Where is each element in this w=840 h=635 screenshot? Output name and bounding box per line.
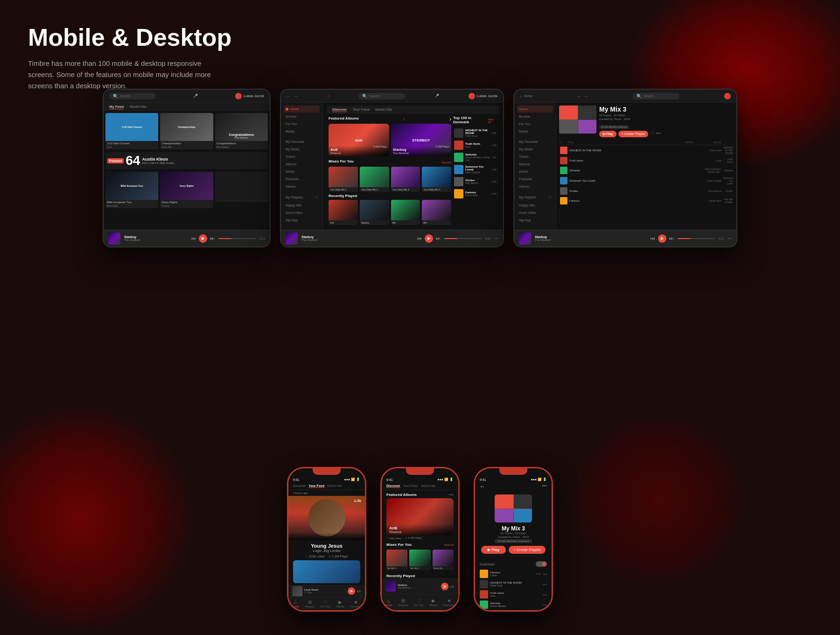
tab-worldhits-center[interactable]: World Hits: [375, 107, 392, 112]
phone-left-skip[interactable]: ⏭: [357, 589, 361, 593]
top100-item-4[interactable]: Someone You Loved Lewis Capaldi 3.3k: [453, 164, 497, 175]
featured-anti[interactable]: Anti Anti Rihanna 4.0M Plays: [329, 124, 389, 156]
play-btn-right[interactable]: ▶ Play: [599, 131, 616, 137]
mix-card-1[interactable]: Your Daily Mix 1: [329, 167, 358, 192]
search-bar-center[interactable]: 🔍 Search: [358, 93, 405, 99]
play-btn-center[interactable]: ▶: [425, 234, 433, 243]
sidebar-media[interactable]: Media: [284, 128, 320, 135]
play-btn-right-player[interactable]: ▶: [658, 234, 666, 243]
phone-right-create-btn[interactable]: + Create Playlist: [509, 546, 545, 554]
phone-right-nav-foryou[interactable]: ♡ For You: [507, 610, 517, 612]
phone-rtrack-more-4[interactable]: •••: [543, 603, 547, 607]
track-item-5[interactable]: Circles Post Malone Circles: [559, 186, 734, 196]
phone-left-nav-browse[interactable]: ⊞ Browse: [305, 600, 315, 608]
rsidebar-favourite[interactable]: My Favourite: [517, 138, 553, 145]
sidebar-foryou[interactable]: For You: [284, 120, 320, 127]
progress-bar-center[interactable]: [444, 238, 482, 239]
phone-left-nav-foryou[interactable]: ♡ For You: [321, 600, 330, 608]
tab-myfeed[interactable]: My Feed: [109, 105, 124, 109]
mix-card-4[interactable]: Your Daily Mix 4: [422, 167, 451, 192]
dots-btn-center[interactable]: •••: [495, 236, 498, 240]
search-bar-right[interactable]: 🔍 Search: [633, 93, 679, 99]
rp-card-2[interactable]: Starboy: [360, 200, 389, 225]
sidebar-favourite[interactable]: My Favourite: [284, 138, 320, 145]
rsidebar-videos[interactable]: Videos: [517, 183, 553, 190]
rsidebar-hiphop[interactable]: Hip-Hop: [517, 217, 553, 224]
phone-right-nav-browse[interactable]: ⊞ Browse: [492, 610, 501, 612]
next-featured-arrow[interactable]: ›: [449, 116, 451, 122]
mix-card-3[interactable]: Your Daily Mix 3: [391, 167, 420, 192]
rsidebar-playlists[interactable]: My Playlists +: [517, 193, 553, 201]
phone-center-play-btn[interactable]: ▶: [441, 583, 448, 590]
player-controls-right[interactable]: ⏮ ▶ ⏭: [651, 234, 674, 243]
radd-playlist-icon[interactable]: +: [549, 195, 551, 199]
tab-worldhits[interactable]: World Hits: [129, 105, 147, 109]
back-icon-right[interactable]: ←: [577, 94, 581, 99]
heart-icon-right[interactable]: ♡: [650, 131, 654, 137]
next-btn-right-player[interactable]: ⏭: [669, 236, 674, 241]
sidebar-videos[interactable]: Videos: [284, 183, 320, 190]
rsidebar-albums[interactable]: Albums: [517, 161, 553, 168]
track-item-6[interactable]: Famous Kanye West The Life of Pablo: [559, 196, 734, 205]
sidebar-tracks[interactable]: Tracks: [284, 153, 320, 160]
back-icon-center[interactable]: ←: [287, 94, 291, 99]
next-btn-left[interactable]: ⏭: [210, 236, 215, 241]
phone-left-play-btn[interactable]: ▶: [348, 587, 355, 595]
rp-card-3[interactable]: Mix: [391, 200, 420, 225]
sidebar-browse[interactable]: Browse: [284, 113, 320, 120]
phone-right-track-1[interactable]: Famous 3 plays 2:52 •••: [480, 569, 547, 579]
phone-center-nav-fav[interactable]: ★ Favourite: [443, 598, 455, 607]
rsidebar-artists[interactable]: Artists: [517, 168, 553, 175]
prev-btn-right-player[interactable]: ⏮: [651, 236, 655, 241]
rsidebar-goodvibes[interactable]: Good Vibes: [517, 209, 553, 216]
phone-center-tab-worldhits[interactable]: World Hits: [421, 484, 436, 488]
sidebar-artists[interactable]: Artists: [284, 168, 320, 175]
phone-center-skip[interactable]: ⏭: [450, 584, 455, 589]
mixes-viewall[interactable]: View All: [441, 161, 451, 164]
rsidebar-media[interactable]: Media: [517, 128, 553, 135]
top100-viewall[interactable]: View All: [488, 118, 497, 124]
tab-discover[interactable]: Discover: [332, 107, 347, 112]
track-item-2[interactable]: Truth Hurts Lizzo Truth Hurts: [559, 156, 734, 165]
album-card-extra[interactable]: [215, 172, 268, 208]
rsidebar-mymixes[interactable]: My Mixes: [517, 146, 553, 153]
phone-center-tab-discover[interactable]: Discover: [386, 484, 400, 488]
play-btn-left[interactable]: ▶: [199, 234, 207, 243]
phone-right-nav-fav[interactable]: ★ Favourite: [537, 610, 548, 612]
album-card-congrats[interactable]: Congratulations Post Malone Congratulati…: [215, 113, 268, 149]
rp-card-4[interactable]: Mix: [422, 200, 451, 225]
phone-right-nav-home[interactable]: ⌂ Home: [478, 610, 486, 612]
phone-left-nav-home[interactable]: ⌂ Home: [292, 600, 299, 608]
add-playlist-icon[interactable]: +: [315, 195, 318, 199]
mix-card-2[interactable]: Your Daily Mix 2: [360, 167, 389, 192]
rsidebar-tracks[interactable]: Tracks: [517, 153, 553, 160]
back-icon-phone-right[interactable]: ←: [480, 483, 485, 490]
phone-rtrack-more-1[interactable]: •••: [543, 572, 547, 576]
top100-item-5[interactable]: Circles Post Malone 3.3k: [453, 176, 497, 187]
rsidebar-podcasts[interactable]: Podcasts: [517, 176, 553, 183]
album-card-billie[interactable]: Billie European Tour Billie European Tou…: [105, 172, 158, 208]
phone-right-play-btn[interactable]: ▶ Play: [481, 546, 506, 554]
top100-item-2[interactable]: Truth Hurts Lizzo 3.3k: [453, 140, 497, 151]
top100-item-6[interactable]: Famous Kanye West 3.3k: [453, 188, 497, 199]
phone-left-tab-discover[interactable]: Discover: [293, 484, 306, 488]
rp-card-1[interactable]: Anti: [329, 200, 358, 225]
next-btn-center[interactable]: ⏭: [436, 236, 441, 241]
player-controls-left[interactable]: ⏮ ▶ ⏭: [191, 234, 215, 243]
phone-mix-1[interactable]: My Mix 1: [386, 550, 407, 570]
track-item-3[interactable]: Señorita Shawn Mendes, Camila Cab... Señ…: [559, 166, 734, 175]
phone-right-track-4[interactable]: Señorita Shawn Mendes •••: [480, 600, 547, 610]
phone-right-nav-media[interactable]: ▶ Media: [523, 610, 531, 612]
album-card-champ[interactable]: Championships Championships Meek Mill: [160, 113, 213, 149]
rsidebar-foryou[interactable]: For You: [517, 120, 553, 127]
phone-center-nav-media[interactable]: ▶ Media: [430, 598, 437, 607]
tab-yourfeed[interactable]: Your Feed: [352, 107, 370, 112]
phone-rtrack-more-2[interactable]: •••: [543, 582, 547, 586]
forward-icon-center[interactable]: →: [294, 94, 298, 99]
create-playlist-btn[interactable]: + Create Playlist: [618, 131, 648, 137]
prev-btn-center[interactable]: ⏮: [417, 236, 422, 241]
phone-center-nav-foryou[interactable]: ♡ For You: [414, 598, 424, 607]
album-card-scary[interactable]: Scary Nights Scary Nights G-Eazy: [160, 172, 213, 208]
phone-left-nav-fav[interactable]: ★ Favourite: [350, 600, 362, 608]
player-controls-center[interactable]: ⏮ ▶ ⏭: [417, 234, 441, 243]
